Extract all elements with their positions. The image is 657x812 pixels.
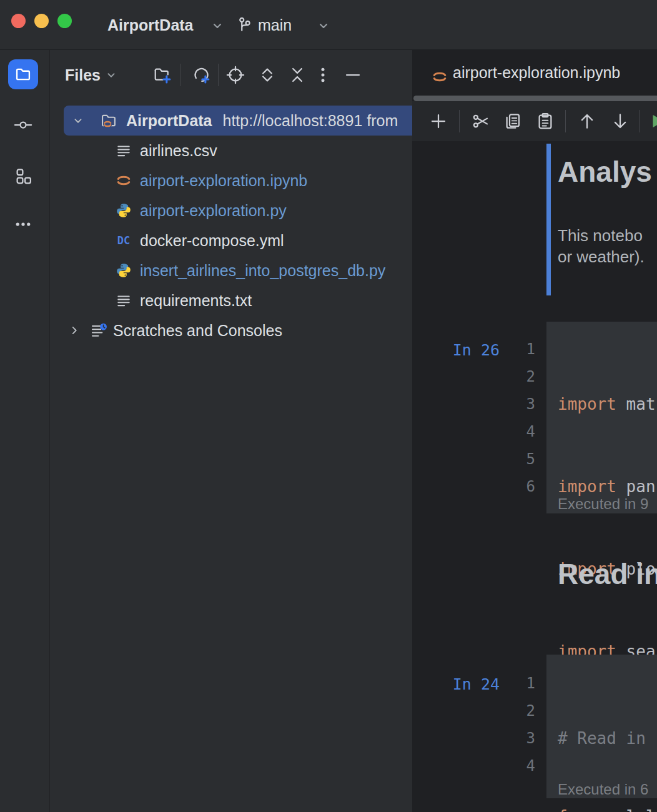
title-bar: AirportData main: [0, 0, 657, 50]
git-branch-icon: [235, 15, 254, 35]
tree-item-file[interactable]: insert_airlines_into_postgres_db.py: [64, 255, 412, 285]
new-notebook-button[interactable]: [192, 66, 210, 84]
chevron-right-icon[interactable]: [67, 324, 81, 337]
commit-icon: [14, 116, 32, 134]
line-numbers: 1 2 3 4: [509, 670, 535, 780]
tree-item-file[interactable]: airport-exploration.ipynb: [64, 166, 412, 196]
project-selector[interactable]: AirportData: [107, 0, 194, 50]
tree-item-label: airlines.csv: [140, 142, 217, 160]
paste-cell-button[interactable]: [536, 112, 555, 131]
tree-item-label: docker-compose.yml: [140, 232, 284, 250]
execution-status: Executed in 9: [558, 495, 648, 513]
collapse-all-button[interactable]: [288, 66, 307, 84]
line-numbers: 1 2 3 4 5 6: [509, 335, 535, 500]
cell-execution-label: In 26: [431, 341, 500, 359]
structure-tool-button[interactable]: [8, 161, 38, 191]
jupyter-notebook-icon: [115, 172, 132, 189]
branch-selector[interactable]: main: [258, 0, 292, 50]
tree-item-file[interactable]: airlines.csv: [64, 136, 412, 166]
tree-item-label: insert_airlines_into_postgres_db.py: [140, 262, 385, 280]
close-window-button[interactable]: [11, 14, 26, 28]
run-cell-button[interactable]: [648, 112, 657, 131]
cut-cell-button[interactable]: [472, 112, 490, 131]
markdown-heading: Analys: [558, 155, 652, 189]
tool-window-title[interactable]: Files: [65, 50, 101, 100]
project-tool-button[interactable]: [8, 59, 38, 89]
activity-bar: [0, 50, 50, 812]
cell-execution-label: In 24: [431, 675, 500, 693]
project-panel-header: Files: [50, 50, 412, 100]
project-panel: Files: [50, 50, 412, 812]
notebook-toolbar: [412, 101, 657, 141]
more-tool-windows-button[interactable]: [8, 209, 38, 239]
editor-tab-bar: airport-exploration.ipynb: [412, 50, 657, 96]
markdown-heading: Read in: [558, 557, 657, 591]
text-file-icon: [115, 142, 132, 159]
folder-icon: [14, 66, 32, 83]
execution-status: Executed in 6: [558, 781, 648, 798]
chevron-down-icon[interactable]: [71, 114, 85, 127]
minimize-window-button[interactable]: [34, 14, 49, 28]
tree-item-project-root[interactable]: AirportData http://localhost:8891 from: [64, 106, 412, 136]
python-file-icon: [115, 202, 132, 219]
more-horizontal-icon: [14, 215, 32, 234]
chevron-down-icon: [316, 18, 331, 33]
locate-file-button[interactable]: [226, 66, 245, 84]
jupyter-notebook-icon: [431, 68, 448, 86]
python-file-icon: [115, 262, 132, 279]
hide-panel-button[interactable]: [343, 66, 362, 84]
tree-item-file[interactable]: airport-exploration.py: [64, 196, 412, 225]
tree-item-file[interactable]: DC docker-compose.yml: [64, 225, 412, 255]
text-file-icon: [115, 292, 132, 309]
tree-item-scratches[interactable]: Scratches and Consoles: [64, 315, 412, 345]
move-cell-down-button[interactable]: [611, 112, 630, 131]
tab-airport-exploration[interactable]: airport-exploration.ipynb: [453, 50, 620, 96]
tree-item-label: airport-exploration.py: [140, 202, 287, 220]
chevron-down-icon[interactable]: [104, 68, 118, 82]
editor-area: airport-exploration.ipynb: [412, 50, 657, 812]
expand-all-button[interactable]: [258, 66, 277, 84]
project-folder-jupyter-icon: [100, 112, 117, 129]
commit-tool-button[interactable]: [8, 110, 38, 140]
move-cell-up-button[interactable]: [578, 112, 596, 131]
new-folder-button[interactable]: [153, 66, 172, 84]
horizontal-scrollbar[interactable]: [413, 96, 657, 101]
structure-icon: [14, 167, 32, 186]
docker-compose-icon: DC: [115, 232, 132, 249]
chevron-down-icon: [210, 18, 225, 33]
scratches-icon: [90, 322, 107, 339]
tree-item-label: airport-exploration.ipynb: [140, 172, 307, 190]
copy-cell-button[interactable]: [503, 112, 522, 131]
tree-item-file[interactable]: requirements.txt: [64, 285, 412, 315]
tree-item-label: requirements.txt: [140, 292, 252, 310]
zoom-window-button[interactable]: [57, 14, 72, 28]
jupyter-server-url: http://localhost:8891 from: [223, 112, 398, 130]
add-cell-button[interactable]: [429, 112, 448, 131]
panel-options-button[interactable]: [314, 66, 332, 84]
tree-item-label: Scratches and Consoles: [113, 322, 282, 340]
tree-item-label: AirportData: [126, 112, 212, 130]
markdown-paragraph: This notebo or weather).: [558, 225, 645, 267]
selected-cell-indicator: [546, 144, 551, 295]
